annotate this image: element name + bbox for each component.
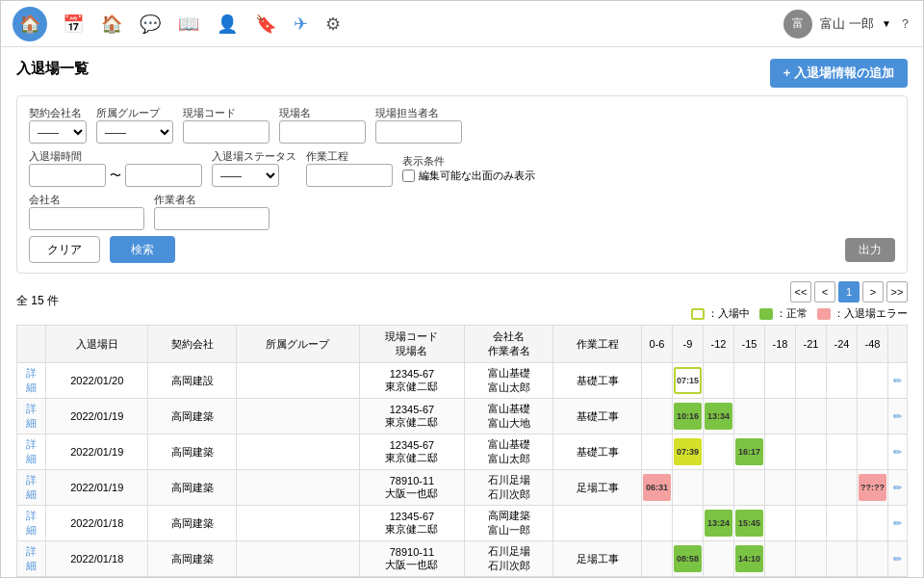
detail-link[interactable]: 詳細 [26, 403, 37, 429]
nav-settings-icon[interactable]: ⚙ [325, 13, 341, 35]
search-button[interactable]: 検索 [110, 236, 175, 263]
detail-link[interactable]: 詳細 [26, 367, 37, 393]
row-company: 高岡建築 [148, 577, 237, 578]
tl-18 [765, 506, 796, 541]
row-process: 足場工事 [553, 470, 642, 506]
nav-book-icon[interactable]: 📖 [178, 13, 199, 35]
add-entry-button[interactable]: + 入退場情報の追加 [770, 59, 908, 88]
page-title: 入退場一覧 [16, 60, 89, 78]
topbar: 🏠 📅 🏠 💬 📖 👤 🔖 ✈ ⚙ 富 富山 一郎 ▼ ？ [1, 1, 923, 47]
legend-error-label: ：入退場エラー [834, 306, 908, 321]
nav-location-icon[interactable]: ✈ [294, 13, 308, 35]
tl-48 [858, 363, 888, 399]
henshu-checkbox[interactable] [402, 170, 415, 182]
detail-link[interactable]: 詳細 [26, 438, 37, 464]
tl-21 [796, 541, 827, 577]
page-1-button[interactable]: 1 [838, 281, 860, 302]
row-group [237, 506, 359, 541]
tilde-separator: 〜 [110, 168, 121, 184]
col-empty [17, 326, 46, 363]
nav-calendar-icon[interactable]: 📅 [63, 13, 84, 35]
prev-page-button[interactable]: < [814, 281, 835, 302]
next-page-button[interactable]: > [862, 281, 884, 302]
clear-button[interactable]: クリア [29, 236, 100, 263]
row-worker: 高岡建築富山一郎 [465, 506, 553, 541]
row-company: 高岡建築 [148, 506, 237, 541]
henshu-label-text: 編集可能な出面のみ表示 [419, 169, 535, 183]
edit-icon[interactable]: ✏ [893, 517, 902, 529]
tl-12 [704, 434, 734, 470]
user-name-label: 富山 一郎 [820, 15, 874, 33]
col-18: -18 [765, 326, 796, 363]
row-worker: 石川足場石川次郎 [465, 470, 553, 506]
nyutai-status-label: 入退場ステータス [212, 149, 296, 164]
henshu-checkbox-label[interactable]: 編集可能な出面のみ表示 [402, 169, 535, 183]
tl-15: 14:10 [734, 541, 765, 577]
tl-18 [765, 541, 796, 577]
genba-name-input[interactable] [279, 120, 366, 144]
nyutai-jikan-to[interactable] [125, 164, 202, 187]
nav-home-icon[interactable]: 🏠 [101, 13, 122, 35]
nyutai-jikan-from[interactable] [29, 164, 106, 187]
tl-9: 08:42 [673, 577, 704, 578]
genba-code-input[interactable] [183, 120, 270, 144]
sagyou-label: 作業工程 [306, 149, 393, 164]
table-header-row: 全 15 件 << < 1 > >> ：入場中 ：正常 [16, 281, 908, 321]
col-date: 入退場日 [46, 326, 148, 363]
tl-12 [704, 363, 734, 399]
nyutai-status-select[interactable]: —— [212, 164, 279, 187]
tl-21 [796, 434, 827, 470]
shozoku-select[interactable]: —— [96, 120, 173, 144]
tl-9 [673, 470, 704, 506]
row-date: 2022/01/19 [46, 470, 148, 506]
app-logo[interactable]: 🏠 [13, 7, 47, 41]
row-site: 12345-67東京健二邸 [359, 399, 465, 434]
row-site: 12345-67東京健二邸 [359, 577, 465, 578]
first-page-button[interactable]: << [790, 281, 811, 302]
tl-9: 10:16 [673, 399, 704, 434]
last-page-button[interactable]: >> [886, 281, 908, 302]
row-group [237, 541, 359, 577]
sagyosha-input[interactable] [154, 207, 270, 230]
sagyou-input[interactable] [306, 164, 393, 187]
nav-chat-icon[interactable]: 💬 [140, 13, 161, 35]
help-icon[interactable]: ？ [899, 15, 911, 33]
table-row: 詳細 2022/01/18 高岡建築 12345-67東京健二邸 高岡建築富山一… [17, 506, 908, 541]
nav-user-icon[interactable]: 👤 [217, 13, 238, 35]
table-row: 詳細 2022/01/20 高岡建設 12345-67東京健二邸 富山基礎富山太… [17, 363, 908, 399]
tl-0-6 [642, 363, 673, 399]
tl-0-6: 06:31 [642, 470, 673, 506]
kaisha-input[interactable] [29, 207, 144, 230]
legend-normal-label: ：正常 [776, 306, 808, 321]
row-company: 高岡建築 [148, 434, 237, 470]
sagyosha-label: 作業者名 [154, 193, 270, 207]
row-worker: 石川足場石川次郎 [465, 541, 553, 577]
tl-0-6 [642, 541, 673, 577]
nav-tag-icon[interactable]: 🔖 [255, 13, 276, 35]
legend: ：入場中 ：正常 ：入退場エラー [691, 306, 908, 321]
row-worker: 富山基礎富山太郎 [465, 363, 553, 399]
table-row: 詳細 2022/01/18 高岡建築 12345-67東京健二邸 富山基礎富山大… [17, 577, 908, 578]
row-site: 12345-67東京健二邸 [359, 434, 465, 470]
col-48: -48 [858, 326, 888, 363]
edit-icon[interactable]: ✏ [893, 553, 902, 565]
edit-icon[interactable]: ✏ [893, 482, 902, 493]
tl-9: 08:58 [673, 541, 704, 577]
user-dropdown-icon[interactable]: ▼ [882, 18, 891, 29]
tl-15 [734, 363, 765, 399]
detail-link[interactable]: 詳細 [26, 545, 37, 571]
tl-18 [765, 363, 796, 399]
tl-24 [827, 577, 858, 578]
tl-12 [704, 470, 734, 506]
keiyaku-select[interactable]: —— [29, 120, 87, 144]
col-process: 作業工程 [553, 326, 642, 363]
export-button[interactable]: 出力 [845, 238, 895, 262]
col-company: 契約会社 [148, 326, 237, 363]
genba-tanto-input[interactable] [375, 120, 462, 144]
detail-link[interactable]: 詳細 [26, 474, 37, 500]
edit-icon[interactable]: ✏ [893, 446, 902, 458]
detail-link[interactable]: 詳細 [26, 510, 37, 536]
tl-12: 13:24 [704, 506, 734, 541]
edit-icon[interactable]: ✏ [893, 410, 902, 422]
edit-icon[interactable]: ✏ [893, 375, 902, 386]
